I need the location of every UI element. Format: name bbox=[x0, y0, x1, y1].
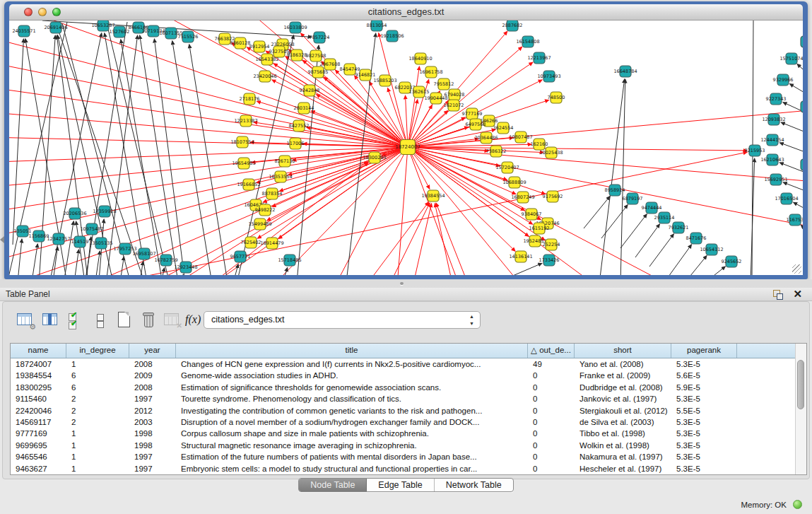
delete-table-button[interactable] bbox=[139, 310, 158, 330]
table-row[interactable]: 1938455462009Genome-wide association stu… bbox=[11, 370, 796, 381]
create-table-button[interactable] bbox=[114, 310, 134, 330]
graph-node[interactable]: 114519 bbox=[71, 236, 89, 247]
graph-node[interactable]: 9657771 bbox=[230, 251, 251, 262]
column-header-name[interactable]: name bbox=[11, 344, 66, 358]
graph-node-label: 14136141 bbox=[509, 254, 532, 259]
table-row[interactable]: 1456911722003Disruption of a novel membe… bbox=[11, 416, 796, 428]
graph-node[interactable]: 19218506 bbox=[380, 30, 404, 42]
column-header-pagerank[interactable]: pagerank bbox=[671, 344, 737, 358]
graph-node[interactable]: 13505135 bbox=[89, 238, 112, 249]
graph-node[interactable]: 117006 bbox=[287, 138, 305, 149]
table-row[interactable]: 977716911998Corpus callosum shape and si… bbox=[11, 428, 796, 439]
graph-node[interactable]: 2887682 bbox=[502, 21, 523, 31]
table-row[interactable]: 2242004622012Investigating the contribut… bbox=[11, 405, 796, 416]
select-column-button[interactable] bbox=[41, 310, 61, 330]
table-row[interactable]: 1830029562008Estimation of significance … bbox=[11, 382, 796, 393]
table-cell: Genome-wide association studies in ADHD. bbox=[176, 370, 528, 381]
graph-node[interactable]: 748500 bbox=[548, 92, 565, 103]
panel-divider[interactable] bbox=[0, 279, 812, 288]
network-canvas[interactable]: 7663822886012889129542322605893275058186… bbox=[9, 21, 803, 275]
graph-node[interactable]: 17016504 bbox=[775, 193, 798, 204]
graph-node[interactable]: 8878354 bbox=[262, 188, 283, 199]
table-cell: 0 bbox=[528, 382, 575, 393]
graph-node[interactable]: 12093832 bbox=[762, 114, 785, 125]
graph-node[interactable]: 24035571 bbox=[12, 25, 35, 37]
graph-node[interactable]: 10654112 bbox=[700, 244, 723, 255]
graph-node[interactable]: 18107554 bbox=[230, 136, 254, 148]
graph-node[interactable]: 12444154 bbox=[760, 134, 784, 146]
panel-collapse-handle-icon[interactable] bbox=[0, 236, 4, 243]
graph-node[interactable]: 16914479 bbox=[260, 238, 283, 249]
graph-node-label: 9245652 bbox=[722, 259, 742, 264]
graph-node[interactable]: 9227343 bbox=[766, 93, 787, 105]
graph-node[interactable]: 7932621 bbox=[669, 222, 689, 233]
tab-edge-table[interactable]: Edge Table bbox=[367, 479, 434, 491]
tab-network-table[interactable]: Network Table bbox=[435, 479, 513, 491]
graph-node[interactable]: 20364486 bbox=[474, 132, 498, 144]
graph-node[interactable]: 7857224 bbox=[310, 32, 330, 43]
table-settings-button[interactable]: ⚙ bbox=[16, 310, 35, 330]
graph-node[interactable]: 8427552 bbox=[289, 120, 310, 132]
graph-node[interactable] bbox=[801, 159, 803, 170]
graph-node[interactable]: 7955812 bbox=[434, 78, 454, 90]
graph-node[interactable]: 16961758 bbox=[419, 66, 442, 78]
graph-node[interactable]: 15720407 bbox=[495, 162, 519, 173]
table-row[interactable]: 946362711997Embryonic stem cells: a mode… bbox=[11, 463, 796, 474]
column-header-out_de...[interactable]: △ out_de... bbox=[528, 344, 575, 358]
window-titlebar[interactable]: citations_edges.txt bbox=[9, 4, 803, 21]
graph-node[interactable]: 16033809 bbox=[283, 22, 307, 33]
tab-node-table[interactable]: Node Table bbox=[299, 479, 367, 491]
graph-node[interactable]: 19654985 bbox=[232, 158, 255, 169]
graph-node[interactable]: 116753 bbox=[787, 214, 803, 226]
graph-node[interactable]: 9245652 bbox=[722, 256, 742, 267]
graph-node[interactable]: 15885203 bbox=[373, 75, 396, 86]
graph-node[interactable] bbox=[801, 101, 803, 112]
graph-node[interactable]: 15751074 bbox=[779, 53, 803, 64]
graph-node[interactable]: 8813054 bbox=[367, 21, 387, 31]
vertical-scrollbar[interactable] bbox=[795, 344, 806, 474]
graph-node[interactable]: 2935114 bbox=[654, 212, 675, 223]
graph-node[interactable]: 16648784 bbox=[613, 66, 637, 77]
resize-grip-icon[interactable] bbox=[792, 264, 801, 274]
graph-node[interactable]: 15718485 bbox=[278, 255, 301, 266]
graph-node[interactable]: 6879197 bbox=[623, 193, 643, 204]
function-builder-button[interactable]: f(x) bbox=[185, 310, 205, 330]
graph-node[interactable]: 12342757 bbox=[47, 233, 70, 245]
graph-node[interactable]: 8471676 bbox=[686, 233, 707, 244]
graph-node[interactable]: 18640910 bbox=[408, 53, 432, 64]
scrollbar-thumb[interactable] bbox=[797, 360, 804, 409]
graph-node[interactable]: 16210643 bbox=[760, 154, 784, 165]
table-row[interactable]: 911546021997Tourette syndrome. Phenomeno… bbox=[11, 393, 796, 404]
table-row[interactable]: 946554611997Estimation of the future num… bbox=[11, 451, 796, 462]
graph-node[interactable] bbox=[801, 36, 803, 47]
table-source-dropdown[interactable]: citations_edges.txt ▲▼ bbox=[204, 311, 481, 329]
graph-node[interactable]: 14136141 bbox=[509, 251, 532, 262]
graph-node[interactable]: 19384554 bbox=[421, 190, 445, 201]
selection-mode-button[interactable]: ✔ ✔ bbox=[66, 310, 86, 330]
graph-node-label: 8454749 bbox=[340, 66, 360, 72]
graph-node[interactable]: 16807249 bbox=[511, 192, 534, 203]
close-panel-icon[interactable]: ✕ bbox=[793, 288, 802, 300]
graph-node[interactable]: 12213967 bbox=[527, 52, 551, 64]
graph-node[interactable]: 9827508 bbox=[306, 50, 326, 62]
graph-node[interactable]: 2718176 bbox=[240, 93, 260, 105]
column-header-in_degree[interactable]: in_degree bbox=[66, 344, 129, 358]
graph-node[interactable]: 9474444 bbox=[642, 202, 662, 214]
graph-node[interactable]: 15692951 bbox=[764, 174, 787, 185]
table-row[interactable]: 969969511998Structural magnetic resonanc… bbox=[11, 440, 796, 451]
graph-node[interactable]: 8215953 bbox=[745, 145, 765, 156]
graph-node[interactable]: 10807487 bbox=[509, 132, 532, 143]
graph-node-label: 10688809 bbox=[502, 180, 526, 185]
float-panel-icon[interactable] bbox=[773, 290, 782, 299]
column-header-year[interactable]: year bbox=[129, 344, 176, 358]
column-header-short[interactable]: short bbox=[575, 344, 671, 358]
column-header-title[interactable]: title bbox=[176, 344, 528, 358]
row-height-button[interactable] bbox=[90, 310, 110, 330]
graph-node[interactable]: 20206536 bbox=[63, 208, 86, 219]
graph-node[interactable]: 9175692 bbox=[543, 191, 563, 202]
table-cell: Tibbo et al. (1998) bbox=[575, 428, 671, 439]
graph-node[interactable]: 16154808 bbox=[516, 36, 539, 47]
graph-node[interactable]: 1156869 bbox=[29, 230, 49, 242]
table-cell: 1997 bbox=[129, 393, 176, 404]
table-row[interactable]: 1872400712008Changes of HCN gene express… bbox=[11, 358, 796, 370]
